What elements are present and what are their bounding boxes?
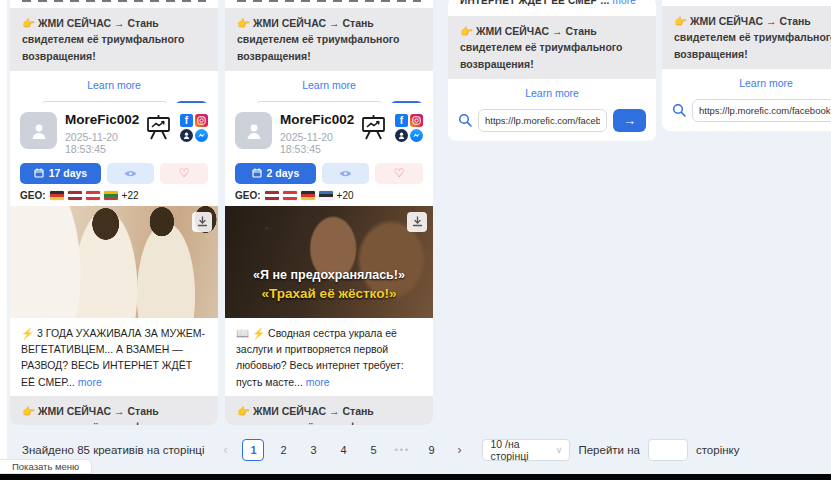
- profile-meta: MoreFic002 2025-11-20 18:53:45: [280, 112, 360, 155]
- download-image-button[interactable]: [192, 212, 212, 232]
- social-icons: f: [395, 114, 423, 142]
- chevron-down-icon: ∨: [556, 445, 563, 455]
- page-button-1[interactable]: 1: [242, 439, 264, 461]
- page-button-last[interactable]: 9: [420, 439, 442, 461]
- flag-lithuania-icon: [104, 191, 118, 200]
- download-image-button[interactable]: [407, 212, 427, 232]
- geo-more-count[interactable]: +22: [122, 190, 139, 201]
- instagram-icon[interactable]: [410, 114, 423, 127]
- ad-text: ⚡ 3 ГОДА УХАЖИВАЛА ЗА МУЖЕМ-ВЕГЕТАТИВЦЕМ…: [10, 318, 218, 396]
- overlay-line-1: «Я не предохранялась!»: [225, 266, 433, 284]
- show-menu-button[interactable]: Показать меню: [0, 459, 92, 474]
- messenger-icon[interactable]: [195, 129, 208, 142]
- views-button[interactable]: [322, 163, 370, 184]
- creative-card-main-1: MoreFic002 2025-11-20 18:53:45 f: [10, 103, 218, 425]
- overlay-line-2: «Трахай её жёстко!»: [225, 284, 433, 304]
- eye-icon: [124, 169, 137, 178]
- page-button-2[interactable]: 2: [272, 439, 294, 461]
- page-button-3[interactable]: 3: [302, 439, 324, 461]
- ad-text: 📖 ⚡ Сводная сестра украла её заслуги и п…: [225, 318, 433, 396]
- person-badge-icon[interactable]: [395, 129, 408, 142]
- profile-name[interactable]: MoreFic002: [65, 112, 145, 129]
- more-link[interactable]: more: [612, 0, 636, 6]
- timestamp: 2025-11-20 18:53:45: [280, 131, 360, 155]
- creative-image[interactable]: [10, 206, 218, 318]
- download-icon: [197, 216, 208, 227]
- geo-label: GEO:: [235, 190, 261, 201]
- url-row: [662, 95, 831, 131]
- pages-ellipsis[interactable]: •••: [392, 445, 412, 455]
- open-url-button[interactable]: →: [613, 109, 646, 132]
- page-button-4[interactable]: 4: [332, 439, 354, 461]
- profile-row: MoreFic002 2025-11-20 18:53:45 f: [225, 103, 433, 159]
- flag-austria-icon: [86, 191, 100, 200]
- creative-image[interactable]: «Я не предохранялась!» «Трахай её жёстко…: [225, 206, 433, 318]
- days-active-button[interactable]: 17 days: [20, 163, 101, 184]
- goto-page-label: Перейти на: [578, 444, 640, 456]
- download-icon: [412, 216, 423, 227]
- calendar-icon: [252, 168, 262, 178]
- search-icon[interactable]: [458, 113, 472, 127]
- learn-more-link[interactable]: Learn more: [225, 71, 433, 97]
- landing-url-input[interactable]: [478, 109, 607, 132]
- ad-headline: 👉 ЖМИ СЕЙЧАС → Стань свидетелем её триум…: [10, 8, 218, 71]
- ad-text-body: 3 ГОДА УХАЖИВАЛА ЗА МУЖЕМ-ВЕГЕТАТИВЦЕМ..…: [21, 327, 205, 388]
- next-page-chevron-icon[interactable]: ›: [450, 443, 468, 457]
- learn-more-link[interactable]: Learn more: [662, 69, 831, 95]
- learn-more-link[interactable]: Learn more: [10, 71, 218, 97]
- creative-card-top-3: ИНТЕРНЕТ ЖДЁТ ЕЁ СМЕР ... more 👉 ЖМИ СЕЙ…: [448, 0, 656, 141]
- bottom-bar: [0, 474, 831, 480]
- ad-headline: 👉 ЖМИ СЕЙЧАС → Стань свидетелем её триум…: [10, 396, 218, 425]
- avatar: [20, 112, 57, 149]
- profile-name[interactable]: MoreFic002: [280, 112, 360, 129]
- creatives-page: 👉 ЖМИ СЕЙЧАС → Стань свидетелем её триум…: [0, 0, 831, 480]
- card-actions: 17 days ♡: [10, 159, 218, 186]
- calendar-icon: [34, 168, 44, 178]
- geo-row: GEO: +20: [225, 186, 433, 206]
- flag-latvia-icon: [68, 191, 82, 200]
- eye-icon: [339, 169, 352, 178]
- heart-icon: ♡: [179, 167, 190, 179]
- clipped-text-fragment: [237, 0, 421, 2]
- goto-page-input[interactable]: [648, 439, 688, 461]
- facebook-icon[interactable]: f: [395, 114, 408, 127]
- geo-label: GEO:: [20, 190, 46, 201]
- flag-germany-icon: [301, 191, 315, 200]
- presentation-chart-icon[interactable]: [360, 115, 387, 140]
- days-label: 2 days: [267, 167, 300, 179]
- clipped-content: [10, 0, 218, 8]
- facebook-icon[interactable]: f: [180, 114, 193, 127]
- days-active-button[interactable]: 2 days: [235, 163, 316, 184]
- days-label: 17 days: [49, 167, 88, 179]
- results-summary: Знайдено 85 креативів на сторінці: [22, 444, 204, 456]
- clipped-content: [662, 0, 831, 6]
- messenger-icon[interactable]: [410, 129, 423, 142]
- presentation-chart-icon[interactable]: [145, 115, 172, 140]
- prev-page-chevron-icon[interactable]: ‹: [216, 443, 234, 457]
- views-button[interactable]: [107, 163, 155, 184]
- learn-more-link[interactable]: Learn more: [448, 79, 656, 105]
- page-size-value: 10 /на сторінці: [490, 438, 555, 462]
- page-size-select[interactable]: 10 /на сторінці ∨: [482, 439, 570, 461]
- card-actions: 2 days ♡: [225, 159, 433, 186]
- more-link[interactable]: more: [78, 376, 102, 388]
- geo-more-count[interactable]: +20: [337, 190, 354, 201]
- person-badge-icon[interactable]: [180, 129, 193, 142]
- ad-headline: 👉 ЖМИ СЕЙЧАС → Стань свидетелем её триум…: [662, 6, 831, 69]
- favorite-button[interactable]: ♡: [375, 163, 423, 184]
- instagram-icon[interactable]: [195, 114, 208, 127]
- profile-meta: MoreFic002 2025-11-20 18:53:45: [65, 112, 145, 155]
- more-link[interactable]: more: [306, 376, 330, 388]
- landing-url-input[interactable]: [692, 99, 831, 122]
- url-row: →: [448, 105, 656, 141]
- heart-icon: ♡: [394, 167, 405, 179]
- page-button-5[interactable]: 5: [362, 439, 384, 461]
- image-overlay-text: «Я не предохранялась!» «Трахай её жёстко…: [225, 266, 433, 304]
- favorite-button[interactable]: ♡: [160, 163, 208, 184]
- clipped-text-fragment: [22, 0, 206, 2]
- search-icon[interactable]: [672, 103, 686, 117]
- pagination-bar: Знайдено 85 креативів на сторінці ‹ 1 2 …: [22, 438, 817, 462]
- emoji-prefix: ⚡: [21, 327, 34, 339]
- ad-headline: 👉 ЖМИ СЕЙЧАС → Стань свидетелем её триум…: [448, 16, 656, 79]
- ad-text-fragment: ИНТЕРНЕТ ЖДЁТ ЕЁ СМЕР ...: [460, 0, 609, 6]
